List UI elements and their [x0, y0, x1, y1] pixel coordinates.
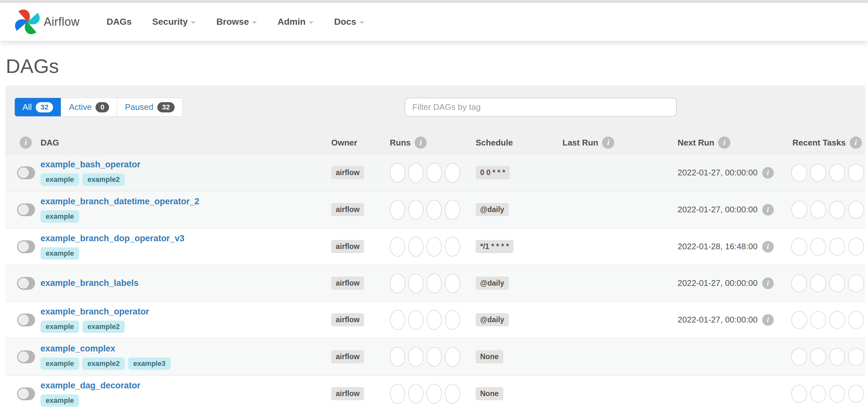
- run-status-circle[interactable]: [408, 163, 424, 183]
- task-status-circle[interactable]: [829, 348, 845, 366]
- run-status-circle[interactable]: [408, 237, 424, 257]
- task-status-circle[interactable]: [810, 348, 826, 366]
- run-status-circle[interactable]: [445, 310, 460, 330]
- task-status-circle[interactable]: [829, 164, 845, 182]
- task-status-circle[interactable]: [810, 385, 826, 403]
- nav-item-browse[interactable]: Browse: [216, 17, 257, 27]
- brand-home-link[interactable]: Airflow: [15, 8, 80, 35]
- dag-link[interactable]: example_dag_decorator: [40, 381, 141, 391]
- run-status-circle[interactable]: [408, 200, 424, 220]
- nav-item-dags[interactable]: DAGs: [107, 17, 132, 27]
- dag-pause-toggle[interactable]: [17, 277, 35, 290]
- run-status-circle[interactable]: [427, 384, 442, 404]
- task-status-circle[interactable]: [810, 238, 826, 256]
- run-status-circle[interactable]: [408, 273, 424, 293]
- run-status-circle[interactable]: [390, 310, 405, 330]
- task-status-circle[interactable]: [848, 201, 864, 219]
- table-header: iDAGOwnerRunsiScheduleLast RuniNext Runi…: [5, 131, 865, 154]
- run-status-circle[interactable]: [390, 347, 405, 367]
- dag-link[interactable]: example_branch_labels: [40, 278, 138, 288]
- dag-tag[interactable]: example2: [82, 320, 125, 333]
- filter-dags-by-tag-input[interactable]: [405, 98, 677, 116]
- dag-tag[interactable]: example3: [128, 358, 170, 370]
- dag-cell: example_dag_decorator example: [35, 375, 326, 407]
- task-status-circle[interactable]: [848, 311, 864, 329]
- nav-item-security[interactable]: Security: [152, 17, 196, 27]
- run-status-circle[interactable]: [390, 384, 405, 404]
- dag-tag[interactable]: example: [40, 358, 79, 370]
- task-status-circle[interactable]: [829, 274, 845, 292]
- tab-active[interactable]: Active0: [61, 98, 117, 116]
- task-status-circle[interactable]: [848, 238, 864, 256]
- run-status-circle[interactable]: [408, 384, 424, 404]
- task-status-circle[interactable]: [791, 385, 807, 403]
- run-status-circle[interactable]: [445, 273, 460, 293]
- nav-item-docs[interactable]: Docs: [334, 17, 364, 27]
- table-body: example_bash_operator exampleexample2 ai…: [5, 154, 865, 407]
- dag-tag[interactable]: example: [40, 247, 79, 260]
- task-status-circle[interactable]: [810, 164, 826, 182]
- dag-pause-toggle[interactable]: [17, 203, 35, 216]
- task-status-circle[interactable]: [848, 164, 864, 182]
- dag-tag[interactable]: example: [40, 320, 79, 333]
- run-status-circle[interactable]: [445, 163, 460, 183]
- task-status-circle[interactable]: [791, 348, 807, 366]
- task-status-circle[interactable]: [848, 348, 864, 366]
- dag-pause-toggle[interactable]: [17, 313, 35, 326]
- next-run-date: 2022-01-28, 16:48:00: [678, 242, 758, 251]
- dag-tag[interactable]: example: [40, 210, 79, 223]
- task-status-circle[interactable]: [829, 238, 845, 256]
- tab-label: All: [23, 102, 32, 112]
- task-status-circle[interactable]: [810, 311, 826, 329]
- dag-tag[interactable]: example2: [82, 358, 125, 370]
- run-status-circle[interactable]: [445, 347, 460, 367]
- run-status-circle[interactable]: [390, 163, 405, 183]
- task-status-circle[interactable]: [829, 201, 845, 219]
- run-status-circle[interactable]: [408, 310, 424, 330]
- task-status-circle[interactable]: [791, 238, 807, 256]
- task-status-circle[interactable]: [829, 385, 845, 403]
- dag-link[interactable]: example_branch_datetime_operator_2: [40, 197, 199, 207]
- dag-pause-toggle[interactable]: [17, 387, 35, 400]
- dag-pause-toggle[interactable]: [17, 350, 35, 363]
- task-status-circle[interactable]: [791, 311, 807, 329]
- dag-pause-toggle[interactable]: [17, 240, 35, 253]
- table-row: example_branch_datetime_operator_2 examp…: [5, 191, 865, 228]
- dag-tag[interactable]: example2: [82, 173, 125, 186]
- task-status-circle[interactable]: [848, 385, 864, 403]
- run-status-circle[interactable]: [390, 273, 405, 293]
- dag-tag[interactable]: example: [40, 395, 79, 407]
- run-status-circle[interactable]: [445, 237, 460, 257]
- run-status-circle[interactable]: [427, 273, 442, 293]
- task-status-circle[interactable]: [848, 274, 864, 292]
- run-status-circle[interactable]: [445, 384, 460, 404]
- tab-all[interactable]: All32: [15, 98, 61, 116]
- schedule-cell: @daily: [470, 203, 557, 216]
- run-status-circle[interactable]: [427, 200, 442, 220]
- tab-paused[interactable]: Paused32: [117, 98, 182, 116]
- dag-link[interactable]: example_branch_operator: [40, 307, 149, 317]
- dag-link[interactable]: example_bash_operator: [40, 160, 141, 170]
- task-status-circle[interactable]: [791, 274, 807, 292]
- dag-tag[interactable]: example: [40, 173, 79, 186]
- nav-item-admin[interactable]: Admin: [278, 17, 314, 27]
- task-status-circle[interactable]: [810, 201, 826, 219]
- task-status-circle[interactable]: [791, 164, 807, 182]
- task-status-circle[interactable]: [829, 311, 845, 329]
- run-status-circle[interactable]: [427, 163, 442, 183]
- run-status-circle[interactable]: [427, 310, 442, 330]
- dag-pause-toggle[interactable]: [17, 166, 35, 179]
- run-status-circle[interactable]: [427, 347, 442, 367]
- task-status-circle[interactable]: [810, 274, 826, 292]
- dag-link[interactable]: example_complex: [40, 344, 116, 354]
- run-status-circle[interactable]: [390, 200, 405, 220]
- run-status-circle[interactable]: [408, 347, 424, 367]
- owner-cell: airflow: [326, 240, 384, 253]
- next-run-date: 2022-01-27, 00:00:00: [678, 168, 758, 178]
- task-status-circle[interactable]: [791, 201, 807, 219]
- run-status-circle[interactable]: [427, 237, 442, 257]
- runs-cell: [384, 237, 470, 257]
- run-status-circle[interactable]: [390, 237, 405, 257]
- dag-link[interactable]: example_branch_dop_operator_v3: [40, 234, 184, 243]
- run-status-circle[interactable]: [445, 200, 460, 220]
